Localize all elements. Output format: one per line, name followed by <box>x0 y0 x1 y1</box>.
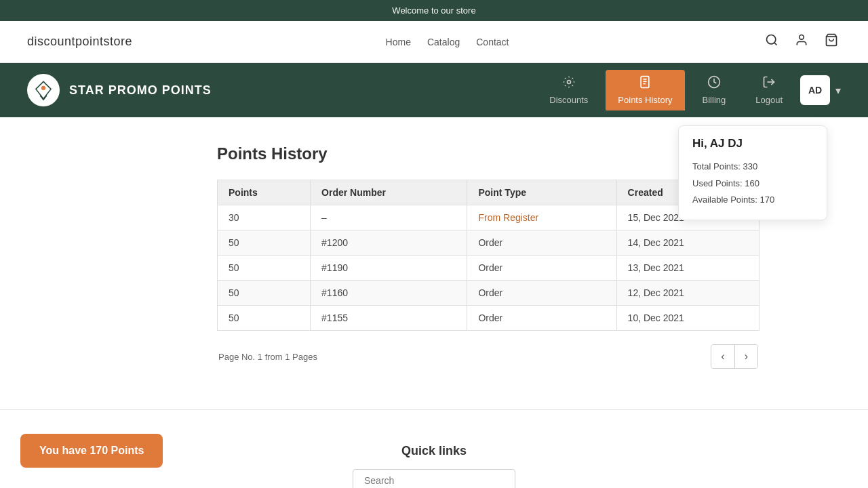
main-navigation: discountpointstore Home Catalog Contact <box>0 21 868 63</box>
cell-created: 10, Dec 2021 <box>616 306 759 331</box>
cell-order-number: #1200 <box>311 230 467 256</box>
announcement-bar: Welcome to our store <box>0 0 868 21</box>
cell-point-type: Order <box>467 281 616 306</box>
table-row: 50#1155Order10, Dec 2021 <box>218 306 760 331</box>
points-logo-icon <box>27 74 60 106</box>
cell-points: 50 <box>218 256 311 281</box>
cell-points: 30 <box>218 205 311 230</box>
search-icon <box>765 33 778 47</box>
available-points-value: 170 <box>760 195 775 205</box>
total-points-label: Total Points: <box>692 161 741 171</box>
points-logo-area: STAR PROMO POINTS <box>27 74 212 106</box>
used-points-label: Used Points: <box>692 178 743 188</box>
person-icon <box>795 33 808 47</box>
nav-contact[interactable]: Contact <box>476 37 509 47</box>
table-row: 50#1200Order14, Dec 2021 <box>218 230 760 256</box>
cell-created: 12, Dec 2021 <box>616 281 759 306</box>
billing-icon <box>707 75 721 92</box>
discounts-icon <box>562 75 576 92</box>
tag-icon <box>31 77 56 103</box>
nav-icons <box>762 30 841 53</box>
dropdown-arrow-icon[interactable]: ▾ <box>835 84 841 97</box>
nav-home[interactable]: Home <box>386 37 411 47</box>
cell-point-type: From Register <box>467 205 616 230</box>
available-points-label: Available Points: <box>692 195 757 205</box>
discounts-label: Discounts <box>549 95 588 105</box>
points-header-bar: STAR PROMO POINTS Discounts Points Histo… <box>0 63 868 117</box>
nav-points-history[interactable]: Points History <box>606 70 684 110</box>
cell-order-number: #1155 <box>311 306 467 331</box>
points-app-name: STAR PROMO POINTS <box>69 83 212 98</box>
cell-order-number: #1190 <box>311 256 467 281</box>
search-button[interactable] <box>762 30 781 53</box>
billing-label: Billing <box>703 95 726 105</box>
cell-point-type: Order <box>467 230 616 256</box>
total-points-value: 330 <box>743 161 757 171</box>
table-row: 50#1160Order12, Dec 2021 <box>218 281 760 306</box>
svg-point-6 <box>567 81 570 84</box>
logout-icon <box>762 75 776 92</box>
pagination-info: Page No. 1 from 1 Pages <box>218 352 317 362</box>
store-logo: discountpointstore <box>27 35 132 49</box>
floating-points-badge[interactable]: You have 170 Points <box>20 434 163 468</box>
pagination-buttons: ‹ › <box>711 344 758 369</box>
nav-logout[interactable]: Logout <box>743 70 795 110</box>
nav-links: Home Catalog Contact <box>386 36 509 48</box>
svg-point-0 <box>767 35 776 44</box>
account-button[interactable] <box>792 30 811 53</box>
search-input[interactable] <box>353 469 515 488</box>
cell-points: 50 <box>218 306 311 331</box>
cart-icon <box>825 33 838 47</box>
pagination-row: Page No. 1 from 1 Pages ‹ › <box>217 344 760 369</box>
points-nav: Discounts Points History Billing <box>537 70 841 110</box>
col-order-number: Order Number <box>311 180 467 205</box>
cell-created: 13, Dec 2021 <box>616 256 759 281</box>
svg-line-1 <box>774 43 777 45</box>
section-divider <box>0 409 868 410</box>
cell-order-number: #1160 <box>311 281 467 306</box>
cell-order-number: – <box>311 205 467 230</box>
nav-discounts[interactable]: Discounts <box>537 70 600 110</box>
nav-catalog[interactable]: Catalog <box>427 37 460 47</box>
cart-button[interactable] <box>822 30 841 53</box>
col-points: Points <box>218 180 311 205</box>
cell-created: 14, Dec 2021 <box>616 230 759 256</box>
points-history-label: Points History <box>618 95 672 105</box>
used-points-value: 160 <box>745 178 760 188</box>
col-point-type: Point Type <box>467 180 616 205</box>
cell-point-type: Order <box>467 306 616 331</box>
point-type-link[interactable]: From Register <box>478 212 538 223</box>
user-dropdown: Hi, AJ DJ Total Points: 330 Used Points:… <box>678 125 827 220</box>
user-points-info: Total Points: 330 Used Points: 160 Avail… <box>692 159 813 209</box>
logout-label: Logout <box>755 95 783 105</box>
cell-points: 50 <box>218 230 311 256</box>
svg-point-5 <box>41 86 45 90</box>
user-avatar-button[interactable]: AD <box>800 75 830 105</box>
used-points-row: Used Points: 160 <box>692 176 813 192</box>
search-input-row <box>27 469 841 488</box>
table-row: 50#1190Order13, Dec 2021 <box>218 256 760 281</box>
prev-page-button[interactable]: ‹ <box>711 345 734 368</box>
available-points-row: Available Points: 170 <box>692 192 813 209</box>
announcement-text: Welcome to our store <box>392 5 475 16</box>
svg-point-2 <box>800 35 804 40</box>
total-points-row: Total Points: 330 <box>692 159 813 176</box>
cell-points: 50 <box>218 281 311 306</box>
history-icon <box>638 75 652 92</box>
next-page-button[interactable]: › <box>735 345 757 368</box>
user-greeting: Hi, AJ DJ <box>692 137 813 150</box>
nav-billing[interactable]: Billing <box>690 70 738 110</box>
cell-point-type: Order <box>467 256 616 281</box>
